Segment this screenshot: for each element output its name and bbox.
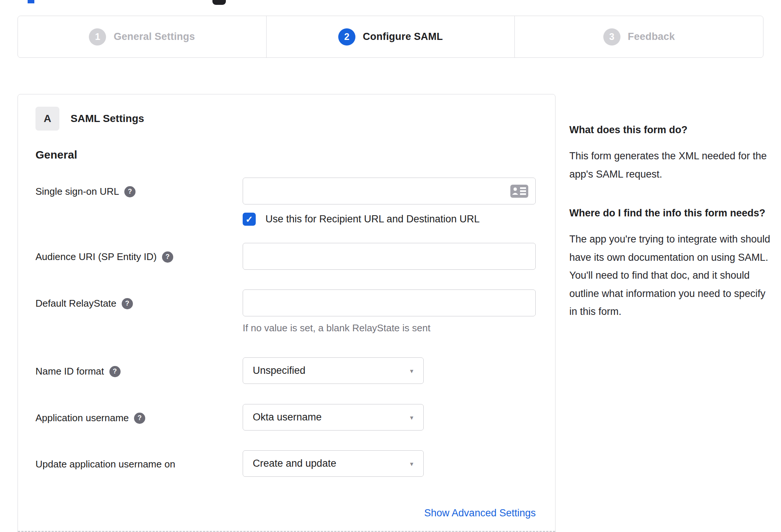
sidebar-section-where: Where do I find the info this form needs… <box>569 205 773 321</box>
use-recipient-url-checkbox[interactable]: ✓ <box>243 213 256 226</box>
step-number-badge: 3 <box>603 28 620 46</box>
show-advanced-settings-link[interactable]: Show Advanced Settings <box>243 507 536 519</box>
cutoff-app-logo-fragment <box>212 0 226 5</box>
update-username-label-wrap: Update application username on <box>35 450 243 470</box>
sso-url-label-wrap: Single sign-on URL ? <box>35 178 243 197</box>
relay-state-hint: If no value is set, a blank RelayState i… <box>243 322 536 334</box>
update-username-row: Update application username on Create an… <box>35 450 538 477</box>
audience-uri-label: Audience URI (SP Entity ID) <box>35 251 157 263</box>
advanced-settings-row: Show Advanced Settings <box>35 507 538 519</box>
relay-state-label-wrap: Default RelayState ? <box>35 290 243 309</box>
step-number-badge: 1 <box>89 28 106 46</box>
chevron-down-icon: ▼ <box>409 460 414 467</box>
checkmark-icon: ✓ <box>245 214 253 225</box>
help-icon[interactable]: ? <box>124 186 136 197</box>
update-username-select[interactable]: Create and update ▼ <box>243 450 424 477</box>
application-username-select[interactable]: Okta username ▼ <box>243 404 424 431</box>
help-sidebar: What does this form do? This form genera… <box>569 122 773 321</box>
name-id-format-label-wrap: Name ID format ? <box>35 357 243 377</box>
sso-url-label: Single sign-on URL <box>35 186 119 197</box>
help-icon[interactable]: ? <box>122 298 133 309</box>
name-id-format-value: Unspecified <box>253 365 305 376</box>
audience-uri-input[interactable] <box>243 243 536 270</box>
sso-url-input[interactable] <box>243 178 536 204</box>
application-username-label: Application username <box>35 412 129 424</box>
audience-uri-input-wrap <box>243 243 536 270</box>
application-username-row: Application username ? Okta username ▼ <box>35 404 538 431</box>
step-feedback[interactable]: 3 Feedback <box>515 16 763 57</box>
help-icon[interactable]: ? <box>134 413 145 424</box>
audience-uri-row: Audience URI (SP Entity ID) ? <box>35 243 538 270</box>
recipient-url-checkbox-row: ✓ Use this for Recipient URL and Destina… <box>35 213 538 226</box>
step-number-badge: 2 <box>338 28 355 46</box>
help-icon[interactable]: ? <box>109 366 121 377</box>
step-label: General Settings <box>113 31 195 43</box>
chevron-down-icon: ▼ <box>409 367 414 374</box>
audience-uri-label-wrap: Audience URI (SP Entity ID) ? <box>35 243 243 263</box>
relay-state-label: Default RelayState <box>35 298 116 309</box>
sidebar-heading: Where do I find the info this form needs… <box>569 205 773 221</box>
help-icon[interactable]: ? <box>162 251 173 263</box>
section-a-badge: A <box>35 107 59 131</box>
relay-state-input-wrap <box>243 290 536 316</box>
general-group-heading: General <box>35 148 538 161</box>
application-username-label-wrap: Application username ? <box>35 404 243 424</box>
step-configure-saml[interactable]: 2 Configure SAML <box>267 16 515 57</box>
application-username-value: Okta username <box>253 411 322 423</box>
sso-url-row: Single sign-on URL ? <box>35 178 538 204</box>
relay-state-input-col: If no value is set, a blank RelayState i… <box>243 290 536 334</box>
step-label: Feedback <box>628 31 675 43</box>
step-general-settings[interactable]: 1 General Settings <box>18 16 267 57</box>
autofill-contact-icon[interactable] <box>510 185 528 198</box>
name-id-format-label: Name ID format <box>35 366 104 377</box>
cutoff-blue-element <box>28 0 34 3</box>
sidebar-heading: What does this form do? <box>569 122 773 138</box>
name-id-format-select[interactable]: Unspecified ▼ <box>243 357 424 384</box>
sidebar-body: The app you're trying to integrate with … <box>569 230 773 321</box>
update-username-value: Create and update <box>253 458 336 469</box>
relay-state-row: Default RelayState ? If no value is set,… <box>35 290 538 334</box>
section-header: A SAML Settings <box>35 107 538 131</box>
section-title: SAML Settings <box>71 113 144 125</box>
update-username-label: Update application username on <box>35 459 175 470</box>
chevron-down-icon: ▼ <box>409 414 414 420</box>
name-id-format-row: Name ID format ? Unspecified ▼ <box>35 357 538 384</box>
step-label: Configure SAML <box>363 31 443 43</box>
saml-settings-panel: A SAML Settings General Single sign-on U… <box>18 94 556 532</box>
relay-state-input[interactable] <box>243 290 536 316</box>
use-recipient-url-checkbox-label[interactable]: Use this for Recipient URL and Destinati… <box>265 213 480 225</box>
sidebar-section-what: What does this form do? This form genera… <box>569 122 773 183</box>
checkbox-line: ✓ Use this for Recipient URL and Destina… <box>243 213 536 226</box>
sidebar-body: This form generates the XML needed for t… <box>569 147 773 183</box>
wizard-stepper: 1 General Settings 2 Configure SAML 3 Fe… <box>18 16 763 58</box>
sso-url-input-wrap <box>243 178 536 204</box>
